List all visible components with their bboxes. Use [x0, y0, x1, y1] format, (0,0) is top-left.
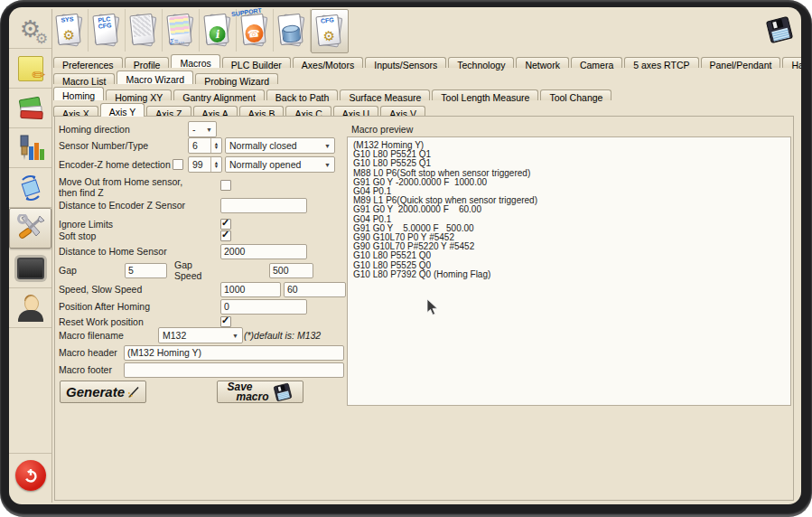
sidebar-item-hardware[interactable]: [9, 249, 51, 288]
screenshot-root: ⚙ ⚙ ✏: [0, 0, 812, 517]
speed-label: Speed, Slow Speed: [59, 284, 142, 295]
tab-homing-xy[interactable]: Homing XY: [106, 89, 172, 100]
encoder-z-spinner[interactable]: 99 ▲▼: [188, 156, 222, 173]
macro-footer-label: Macro footer: [59, 364, 112, 375]
tab-5-axes-rtcp[interactable]: 5 axes RTCP: [624, 57, 698, 68]
tab-back-to-path[interactable]: Back to Path: [266, 89, 339, 100]
gap-label: Gap: [59, 265, 77, 276]
mouse-cursor: [426, 298, 439, 316]
encoder-z-label: Encoder-Z home detection: [59, 159, 171, 170]
toolbar-cfg-button[interactable]: CFG ⚙: [311, 9, 349, 53]
plc-doc-icon: PLC CFG: [94, 14, 119, 47]
macro-header-input[interactable]: [124, 345, 344, 361]
tab-technology[interactable]: Technology: [448, 57, 514, 68]
toolbar-support-button[interactable]: ☎ SUPPORT: [237, 9, 274, 52]
tab-camera[interactable]: Camera: [571, 57, 622, 68]
tab-macros[interactable]: Macros: [171, 54, 219, 68]
support-phone-doc-icon: ☎: [242, 14, 267, 47]
slow-speed-input[interactable]: [284, 282, 346, 297]
tab-network[interactable]: Network: [516, 57, 569, 68]
dist-encoder-z-label: Distance to Encoder Z Sensor: [59, 200, 185, 211]
toolbar-save-button[interactable]: [760, 9, 799, 50]
tab-inputs-sensors[interactable]: Inputs/Sensors: [365, 57, 446, 68]
toolbar-plc-cfg-button[interactable]: PLC CFG: [89, 9, 126, 52]
speed-input[interactable]: [220, 282, 281, 297]
sidebar-item-settings[interactable]: ⚙ ⚙: [9, 9, 51, 49]
homing-axis-y-panel: Homing direction -▼ Sensor Number/Type 6…: [54, 116, 794, 501]
toolbar: SYS ⚙ PLC CFG Σ=... i: [51, 9, 801, 52]
tab-axes-motors[interactable]: Axes/Motors: [293, 57, 363, 68]
sidebar-item-update[interactable]: [9, 168, 51, 208]
dist-home-input[interactable]: [220, 244, 307, 259]
cfg-gear-doc-icon: CFG ⚙: [317, 15, 342, 48]
tab-tool-length-measure[interactable]: Tool Length Measure: [432, 89, 538, 100]
floppy-save-icon: [272, 382, 294, 402]
chevron-down-icon: ▼: [319, 143, 331, 149]
sensor-number-spinner[interactable]: 6 ▲▼: [188, 137, 222, 154]
tab-panel-pendant[interactable]: Panel/Pendant: [701, 57, 781, 68]
tab-gantry-alignment[interactable]: Gantry Alignment: [173, 89, 265, 100]
toolbar-database-button[interactable]: [274, 9, 311, 52]
sidebar-item-docs[interactable]: [9, 89, 51, 128]
sidebar-item-user[interactable]: [9, 288, 51, 328]
soft-stop-checkbox[interactable]: [220, 230, 231, 241]
sidebar-item-power[interactable]: [9, 453, 51, 497]
tab-probing-wizard[interactable]: Probing Wizard: [195, 73, 278, 84]
toolbar-screen-button[interactable]: [126, 9, 163, 52]
tab-macro-wizard[interactable]: Macro Wizard: [117, 70, 193, 84]
move-out-checkbox[interactable]: [220, 180, 231, 191]
window-frame: ⚙ ⚙ ✏: [0, 0, 812, 517]
gap-speed-input[interactable]: [269, 263, 313, 278]
dist-encoder-z-input[interactable]: [220, 198, 307, 213]
tab-hardware[interactable]: Hardware: [782, 57, 801, 68]
macro-filename-label: Macro filename: [59, 330, 124, 341]
tab-preferences[interactable]: Preferences: [53, 57, 123, 68]
macro-preview-box[interactable]: (M132 Homing Y) G10 L80 P5521 Q1 G10 L80…: [347, 136, 791, 406]
tab-tool-change[interactable]: Tool Change: [540, 89, 611, 100]
macro-header-label: Macro header: [59, 347, 117, 358]
position-after-input[interactable]: [220, 299, 307, 315]
dist-home-label: Distance to Home Sensor: [59, 246, 167, 257]
sidebar-item-notes[interactable]: ✏: [9, 49, 51, 89]
info-doc-icon: i: [205, 14, 230, 47]
info-icon: i: [208, 25, 226, 43]
app-window: ⚙ ⚙ ✏: [9, 7, 801, 504]
power-icon: [15, 460, 46, 491]
gears-icon-small: ⚙: [35, 32, 48, 46]
main-tab-bar: PreferencesProfileMacrosPLC BuilderAxes/…: [53, 52, 799, 68]
encoder-z-checkbox[interactable]: [173, 159, 183, 170]
spinner-arrows-icon[interactable]: ▲▼: [210, 138, 221, 153]
wrench-screwdriver-icon: [16, 214, 45, 243]
chevron-down-icon: ▼: [201, 127, 212, 133]
tab-profile[interactable]: Profile: [125, 57, 170, 68]
tab-plc-builder[interactable]: PLC Builder: [222, 57, 291, 68]
reset-work-checkbox[interactable]: [220, 316, 231, 327]
tab-surface-measure[interactable]: Surface Measure: [340, 89, 430, 100]
sidebar-item-stats[interactable]: [9, 128, 51, 168]
books-icon: [17, 96, 44, 121]
macro-footer-input[interactable]: [124, 362, 344, 378]
reset-work-label: Reset Work position: [59, 316, 144, 327]
tab-bars: PreferencesProfileMacrosPLC BuilderAxes/…: [53, 52, 799, 117]
gap-speed-label: Gap Speed: [174, 259, 201, 281]
floppy-save-icon: [764, 15, 795, 44]
save-macro-button[interactable]: Save macro: [217, 381, 303, 403]
sensor-type-select[interactable]: Normally closed▼: [225, 137, 335, 154]
sidebar-item-config[interactable]: [9, 208, 51, 249]
pencil-draw-icon: [126, 385, 140, 400]
chip-icon: [17, 258, 44, 279]
spinner-arrows-icon[interactable]: ▲▼: [210, 157, 221, 172]
tab-homing[interactable]: Homing: [53, 87, 104, 100]
toolbar-sys-button[interactable]: SYS ⚙: [51, 9, 89, 52]
macro-filename-combo[interactable]: M132▼: [158, 327, 243, 343]
homing-direction-select[interactable]: -▼: [188, 121, 217, 137]
database-doc-icon: [279, 14, 304, 47]
tab-macro-list[interactable]: Macro List: [53, 73, 115, 84]
gap-input[interactable]: [125, 263, 167, 278]
generate-button[interactable]: Generate: [60, 381, 146, 403]
sys-doc-icon: SYS ⚙: [57, 14, 82, 47]
tab-axis-y[interactable]: Axis Y: [100, 103, 145, 117]
encoder-z-type-select[interactable]: Normally opened▼: [225, 156, 335, 173]
position-after-label: Position After Homing: [59, 301, 150, 312]
toolbar-variables-button[interactable]: Σ=...: [163, 9, 200, 52]
